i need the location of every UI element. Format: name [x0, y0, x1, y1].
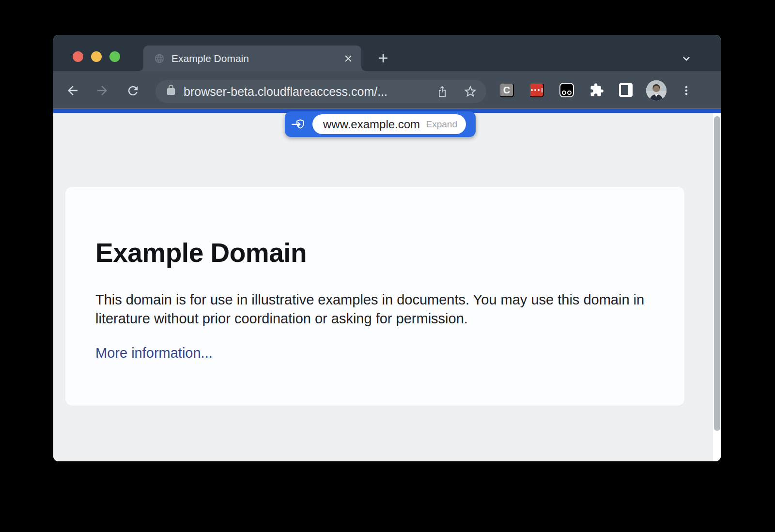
forward-button[interactable] [95, 83, 109, 98]
close-tab-button[interactable] [342, 52, 355, 65]
puzzle-icon [589, 83, 604, 97]
window-controls [73, 51, 120, 62]
c-extension-icon: C [503, 85, 510, 96]
shield-arrow-icon [285, 118, 312, 131]
close-window-button[interactable] [73, 51, 83, 62]
content-card: Example Domain This domain is for use in… [65, 187, 684, 406]
bookmark-button[interactable] [463, 84, 478, 99]
scrollbar-thumb[interactable] [714, 116, 720, 431]
kebab-menu-icon [680, 84, 693, 97]
extensions-button[interactable] [589, 83, 604, 97]
more-information-link[interactable]: More information... [95, 345, 213, 361]
minimize-window-button[interactable] [91, 51, 102, 62]
profile-avatar[interactable] [646, 80, 666, 101]
scrollbar-track[interactable] [713, 113, 721, 461]
c-extension-button[interactable]: C [499, 83, 514, 97]
star-icon [463, 84, 478, 99]
back-arrow-icon [65, 83, 80, 98]
back-button[interactable] [65, 83, 80, 98]
reload-button[interactable] [125, 83, 140, 98]
browser-window: Example Domain browser-beta.cloudflareac [53, 35, 721, 461]
tab-title: Example Domain [171, 53, 342, 64]
forward-arrow-icon [95, 83, 109, 98]
side-panel-button[interactable] [619, 83, 633, 97]
share-icon [435, 85, 449, 98]
address-bar[interactable]: browser-beta.cloudflareaccess.com/... [155, 80, 486, 103]
page-viewport: Example Domain This domain is for use in… [53, 113, 721, 461]
zoom-window-button[interactable] [109, 51, 120, 62]
side-panel-icon [619, 83, 633, 97]
password-manager-icon [531, 88, 543, 92]
tab-strip: Example Domain [53, 35, 721, 71]
active-tab[interactable]: Example Domain [143, 46, 361, 71]
expand-button[interactable]: Expand [426, 119, 457, 130]
browser-toolbar: browser-beta.cloudflareaccess.com/... C [53, 71, 721, 109]
password-manager-extension-button[interactable] [529, 83, 544, 97]
isolated-domain-pill[interactable]: www.example.com Expand [312, 114, 466, 134]
page-paragraph: This domain is for use in illustrative e… [95, 290, 651, 328]
page-title: Example Domain [95, 237, 651, 268]
camera-extension-button[interactable] [559, 83, 574, 97]
lock-icon [165, 84, 177, 99]
globe-icon [154, 53, 165, 64]
tab-search-chevron-button[interactable] [679, 51, 694, 66]
browser-menu-button[interactable] [679, 83, 694, 98]
share-button[interactable] [435, 84, 450, 99]
avatar [646, 80, 666, 101]
url-text[interactable]: browser-beta.cloudflareaccess.com/... [184, 85, 435, 99]
new-tab-button[interactable] [376, 51, 390, 65]
isolation-pill: www.example.com Expand [285, 111, 476, 137]
reload-icon [126, 84, 140, 98]
camera-extension-icon [562, 91, 572, 95]
isolated-domain-text: www.example.com [323, 118, 426, 131]
